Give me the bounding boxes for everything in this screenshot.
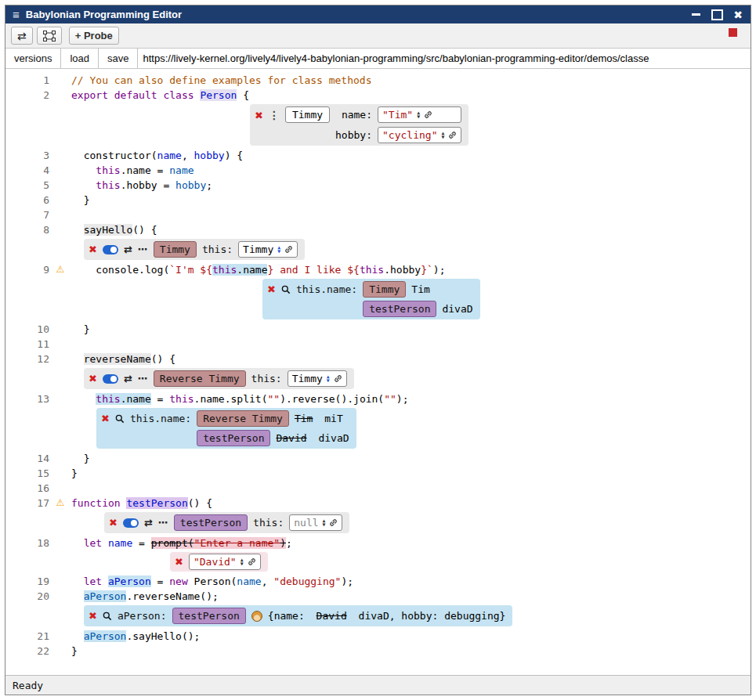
activate-toggle-icon[interactable] — [103, 374, 118, 384]
activate-toggle-icon[interactable] — [103, 245, 118, 254]
probe-value: David — [317, 608, 347, 623]
example-badge[interactable]: testPerson — [363, 301, 436, 317]
code-text: constructor(name, hobby) { — [71, 148, 243, 163]
status-bar: Ready — [5, 675, 751, 695]
code-line[interactable]: 21 aPerson.sayHello(); — [5, 629, 751, 644]
activate-toggle-icon[interactable] — [123, 518, 139, 528]
url-field[interactable]: https://lively-kernel.org/lively4/lively… — [138, 49, 751, 68]
switch-example-icon[interactable]: ⇄ — [124, 242, 132, 257]
example-badge[interactable]: testPerson — [174, 514, 248, 531]
code-line[interactable]: 7 — [5, 207, 751, 222]
link-icon[interactable] — [448, 131, 457, 139]
close-window-icon[interactable]: ✖ — [732, 9, 744, 21]
code-editor[interactable]: 1// You can also define examples for cla… — [5, 69, 751, 675]
switch-example-icon[interactable]: ⇄ — [124, 371, 132, 386]
close-widget-icon[interactable]: ✖ — [109, 515, 118, 530]
example-badge[interactable]: testPerson — [197, 430, 270, 446]
code-line[interactable]: 15} — [5, 466, 751, 481]
code-line[interactable]: 11 — [5, 337, 751, 352]
code-token: reverseName — [84, 353, 151, 365]
drag-handle-icon[interactable]: ⋮ — [269, 108, 280, 123]
spinner-icon[interactable]: ▲▼ — [417, 111, 420, 119]
value-dropdown[interactable]: "David"▲▼ — [189, 554, 261, 570]
link-icon[interactable] — [248, 557, 256, 566]
example-badge[interactable]: Reverse Timmy — [154, 370, 246, 387]
code-line[interactable]: ✖this.name:TimmyTimtestPersondivaD — [5, 277, 751, 322]
marquee-button[interactable] — [37, 27, 62, 45]
code-line[interactable]: ✖⇄⋯Reverse Timmythis:Timmy▲▼ — [5, 366, 751, 391]
example-badge[interactable]: Reverse Timmy — [197, 410, 289, 427]
code-token: ; — [286, 537, 292, 549]
spinner-icon[interactable]: ▲▼ — [327, 375, 330, 383]
code-token: ( — [188, 537, 194, 549]
link-icon[interactable] — [424, 110, 432, 119]
code-line[interactable]: 6 } — [5, 193, 751, 207]
code-line[interactable]: 17⚠function testPerson() { — [5, 496, 751, 511]
code-token: default — [114, 89, 157, 101]
value-dropdown[interactable]: Timmy▲▼ — [238, 241, 298, 258]
example-badge[interactable]: Timmy — [363, 281, 406, 298]
versions-button[interactable]: versions — [5, 49, 61, 68]
example-badge[interactable]: testPerson — [172, 608, 246, 624]
save-button[interactable]: save — [99, 49, 138, 68]
code-line[interactable]: ✖aPerson:testPerson{name: David divaD, h… — [5, 604, 751, 629]
example-name-input[interactable]: Timmy — [285, 106, 330, 123]
more-options-icon[interactable]: ⋯ — [158, 515, 168, 530]
code-line[interactable]: ✖this.name:Reverse TimmyTim miTtestPerso… — [5, 406, 751, 451]
close-widget-icon[interactable]: ✖ — [89, 242, 97, 257]
more-options-icon[interactable]: ⋯ — [138, 371, 148, 386]
code-line[interactable]: 14 } — [5, 451, 751, 466]
more-options-icon[interactable]: ⋯ — [138, 242, 148, 257]
close-widget-icon[interactable]: ✖ — [255, 108, 263, 123]
code-line[interactable]: 9⚠ console.log(`I'm ${this.name} and I l… — [5, 262, 751, 277]
code-line[interactable]: 13 this.name = this.name.split("").rever… — [5, 391, 751, 406]
link-icon[interactable] — [329, 518, 338, 527]
code-text: function testPerson() { — [71, 496, 212, 511]
code-line[interactable]: 2export default class Person { — [5, 88, 751, 103]
code-line[interactable]: 20 aPerson.reverseName(); — [5, 589, 751, 604]
code-line[interactable]: 18 let name = prompt("Enter a name"); — [5, 536, 751, 550]
code-line[interactable]: 22} — [5, 644, 751, 659]
menu-icon[interactable]: ≡ — [13, 8, 20, 21]
maximize-icon[interactable] — [711, 9, 723, 21]
probe-result-row: Reverse TimmyTim miT — [197, 410, 349, 427]
code-token: ); — [341, 576, 353, 587]
code-line[interactable]: 16 — [5, 481, 751, 496]
code-line[interactable]: ✖"David"▲▼ — [5, 550, 751, 574]
link-icon[interactable] — [284, 245, 293, 254]
code-line[interactable]: 8 sayHello() { — [5, 222, 751, 237]
spinner-icon[interactable]: ▲▼ — [323, 519, 326, 527]
load-button[interactable]: load — [61, 49, 99, 68]
code-line[interactable]: 5 this.hobby = hobby; — [5, 178, 751, 193]
code-line[interactable]: ✖⋮Timmyname:"Tim"▲▼hobby:"cycling"▲▼ — [5, 103, 751, 148]
swap-button[interactable]: ⇄ — [11, 27, 33, 45]
spinner-icon[interactable]: ▲▼ — [277, 246, 280, 254]
code-line[interactable]: 1// You can also define examples for cla… — [5, 73, 751, 88]
link-icon[interactable] — [334, 374, 342, 383]
spinner-icon[interactable]: ▲▼ — [241, 558, 244, 566]
code-line[interactable]: 12 reverseName() { — [5, 352, 751, 366]
close-widget-icon[interactable]: ✖ — [89, 608, 97, 623]
example-badge[interactable]: Timmy — [154, 241, 197, 258]
replacement-widget: ✖"David"▲▼ — [170, 552, 268, 572]
value-dropdown[interactable]: Timmy▲▼ — [288, 370, 347, 387]
value-dropdown[interactable]: "cycling"▲▼ — [378, 127, 461, 143]
value-dropdown[interactable]: null▲▼ — [289, 514, 342, 531]
close-widget-icon[interactable]: ✖ — [89, 371, 97, 386]
value-dropdown[interactable]: "Tim"▲▼ — [378, 106, 461, 123]
minimize-icon[interactable] — [689, 9, 702, 21]
code-line[interactable]: 19 let aPerson = new Person(name, "debug… — [5, 574, 751, 589]
code-token: .hobby — [384, 264, 421, 276]
switch-example-icon[interactable]: ⇄ — [144, 515, 153, 530]
code-line[interactable]: ✖⇄⋯testPersonthis:null▲▼ — [5, 511, 751, 536]
close-widget-icon[interactable]: ✖ — [101, 411, 110, 426]
close-widget-icon[interactable]: ✖ — [175, 554, 183, 569]
spinner-icon[interactable]: ▲▼ — [441, 132, 444, 139]
add-probe-button[interactable]: + Probe — [69, 27, 119, 45]
code-line[interactable]: ✖⇄⋯Timmythis:Timmy▲▼ — [5, 237, 751, 262]
code-token: constructor( — [71, 150, 157, 161]
code-line[interactable]: 3 constructor(name, hobby) { — [5, 148, 751, 163]
code-line[interactable]: 4 this.name = name — [5, 163, 751, 178]
close-widget-icon[interactable]: ✖ — [267, 282, 276, 297]
code-line[interactable]: 10 } — [5, 322, 751, 337]
